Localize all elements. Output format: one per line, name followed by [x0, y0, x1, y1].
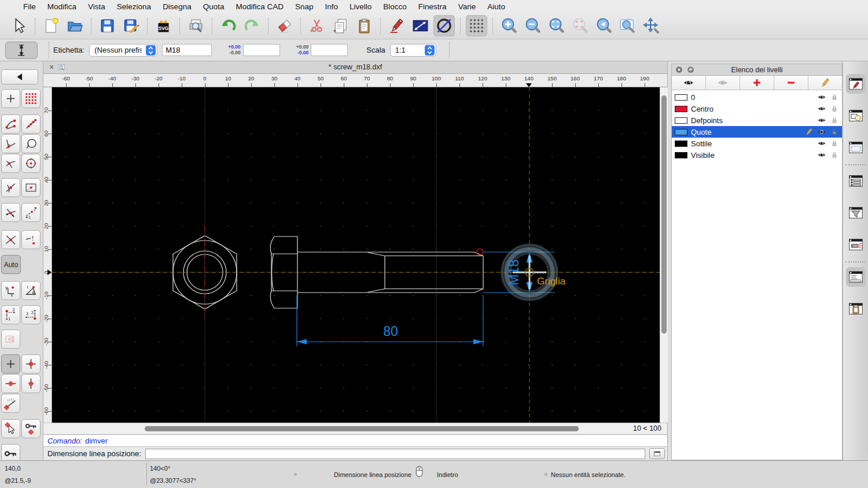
snap-intersection-manual-button[interactable]: 12 — [21, 203, 41, 222]
layer-lock-icon[interactable] — [830, 139, 839, 148]
scala-select[interactable]: 1:1 — [390, 44, 436, 57]
layer-row-defpoints[interactable]: Defpoints — [672, 114, 842, 126]
menu-info[interactable]: Info — [319, 2, 344, 11]
layer-visibility-icon[interactable] — [817, 150, 826, 160]
redo-button[interactable] — [241, 15, 263, 36]
menu-modifica-cad[interactable]: Modifica CAD — [230, 2, 289, 11]
close-document-icon[interactable]: × — [49, 63, 54, 71]
toolbar-drag-handle[interactable] — [848, 65, 863, 67]
paste-button[interactable] — [354, 15, 375, 36]
dimension-label-input[interactable] — [162, 44, 212, 56]
grid-toggle-button[interactable] — [466, 15, 487, 36]
snap-perpendicular-button[interactable] — [1, 134, 20, 153]
dock-tool-options-button[interactable] — [846, 235, 866, 254]
command-input[interactable] — [145, 449, 645, 459]
add-layer-button[interactable] — [740, 76, 774, 90]
snap-distance-button[interactable] — [21, 178, 41, 197]
snap-corner-second-button[interactable]: 12 — [21, 305, 41, 324]
snap-free-button[interactable] — [1, 89, 20, 108]
dock-entity-list-button[interactable] — [846, 171, 866, 191]
drawing-canvas[interactable]: 80 — [52, 87, 660, 423]
layer-row-centro[interactable]: Centro — [672, 103, 842, 114]
layer-lock-icon[interactable] — [830, 93, 839, 102]
zoom-pan-button[interactable] — [641, 15, 662, 36]
dimension-tool-button[interactable] — [410, 15, 431, 36]
layer-visibility-icon[interactable] — [817, 116, 826, 125]
vertical-dimension-tool-button[interactable] — [5, 42, 38, 59]
layer-lock-icon[interactable] — [830, 150, 839, 160]
restrict-orthogonal-button[interactable] — [21, 354, 41, 374]
draw-pencil-button[interactable] — [386, 15, 407, 36]
open-file-button[interactable] — [64, 15, 86, 36]
cut-button[interactable]: + — [306, 15, 328, 36]
remove-layer-button[interactable] — [774, 76, 808, 90]
hide-all-layers-button[interactable] — [706, 76, 740, 90]
layer-visibility-icon[interactable] — [817, 93, 826, 102]
select-entity-button[interactable] — [1, 330, 20, 349]
snap-grid-button[interactable] — [21, 89, 41, 108]
menu-livello[interactable]: Livello — [344, 2, 377, 11]
edit-layer-icon[interactable] — [804, 127, 814, 136]
zoom-window-button[interactable] — [617, 15, 638, 36]
zoom-auto-button[interactable] — [546, 15, 567, 36]
layer-row-quote[interactable]: Quote — [672, 126, 842, 138]
ellipse-tool-button[interactable] — [433, 15, 455, 36]
restrict-nothing-button[interactable]: ! — [21, 230, 41, 249]
horizontal-scrollbar[interactable]: 10 < 100 — [43, 423, 667, 434]
coordinate-cartesian-button[interactable]: yx — [1, 281, 20, 300]
restrict-horizontal-button[interactable] — [1, 374, 20, 393]
vertical-scrollbar-thumb[interactable] — [661, 95, 667, 334]
angle-snap-button[interactable] — [1, 394, 20, 413]
layer-visibility-icon[interactable] — [817, 139, 826, 148]
snap-auto-button[interactable]: Auto — [1, 255, 21, 274]
layer-row-sottile[interactable]: Sottile — [672, 138, 842, 149]
layer-visibility-icon[interactable] — [817, 104, 826, 113]
dock-entity-filter-button[interactable] — [846, 203, 866, 223]
snap-back-button[interactable] — [1, 69, 38, 84]
snap-circle-button[interactable] — [21, 134, 41, 153]
dock-command-widget-button[interactable] — [846, 267, 866, 287]
menu-seleziona[interactable]: Seleziona — [111, 2, 157, 11]
new-file-button[interactable] — [41, 15, 62, 36]
tolerance-upper-input[interactable] — [243, 44, 280, 56]
dock-block-list-button[interactable] — [846, 106, 866, 125]
snap-on-entity-button[interactable] — [21, 114, 41, 134]
snap-intersection-auto-button[interactable] — [1, 203, 20, 222]
zoom-in-button[interactable] — [498, 15, 520, 36]
layer-lock-icon[interactable] — [830, 127, 839, 136]
show-all-layers-button[interactable] — [672, 76, 706, 90]
menu-varie[interactable]: Varie — [453, 2, 482, 11]
select-pointer-button[interactable] — [8, 15, 30, 36]
menu-aiuto[interactable]: Aiuto — [481, 2, 511, 11]
snap-intersection-button[interactable] — [1, 230, 20, 249]
menu-blocco[interactable]: Blocco — [377, 2, 413, 11]
snap-middle-button[interactable] — [1, 178, 20, 197]
print-preview-button[interactable] — [185, 15, 207, 36]
menu-disegna[interactable]: Disegna — [157, 2, 197, 11]
copy-button[interactable]: + — [330, 15, 351, 36]
menu-finestra[interactable]: Finestra — [413, 2, 453, 11]
layer-row-visibile[interactable]: Visibile — [672, 149, 842, 161]
dock-library-browser-button[interactable] — [846, 138, 866, 157]
snap-center-button[interactable] — [21, 154, 41, 173]
restrict-vertical-button[interactable] — [21, 374, 41, 393]
save-as-button[interactable] — [120, 15, 142, 36]
edit-layer-button[interactable] — [808, 76, 842, 90]
horizontal-scrollbar-thumb[interactable] — [145, 426, 579, 431]
toolbar-drag-handle[interactable] — [5, 64, 38, 66]
panel-float-icon[interactable] — [686, 65, 695, 74]
restrict-free-button[interactable] — [1, 354, 20, 374]
layer-row-0[interactable]: 0 — [672, 91, 842, 103]
menu-vista[interactable]: Vista — [82, 2, 111, 11]
command-window-toggle-button[interactable] — [649, 448, 665, 459]
zoom-previous-button[interactable] — [569, 15, 591, 36]
layer-lock-icon[interactable] — [830, 116, 839, 125]
prefix-select[interactable]: (Nessun prefiss — [89, 44, 157, 57]
dock-clipboard-button[interactable] — [846, 299, 866, 319]
lock-relative-zero-button[interactable] — [21, 419, 41, 438]
vertical-scrollbar[interactable] — [660, 87, 668, 423]
undo-button[interactable] — [218, 15, 239, 36]
snap-endpoint-button[interactable] — [1, 114, 20, 134]
menu-snap[interactable]: Snap — [289, 2, 319, 11]
tolerance-lower-input[interactable] — [311, 44, 348, 56]
